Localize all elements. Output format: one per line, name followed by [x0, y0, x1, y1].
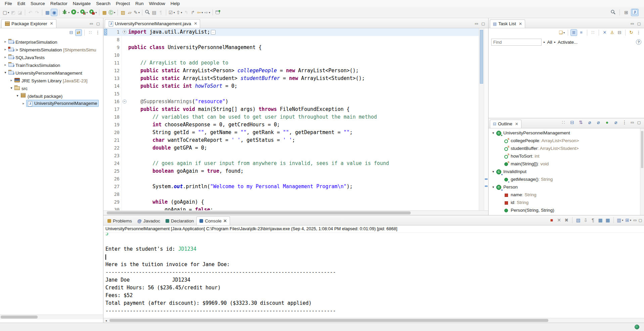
chevron-expanded-icon[interactable]: ▾ [3, 71, 8, 74]
external-tools-icon[interactable]: ▾ [88, 9, 97, 16]
tab-package-explorer[interactable]: Package Explorer ✕ [1, 19, 56, 28]
menu-edit[interactable]: Edit [15, 1, 28, 6]
chevron-down-icon[interactable]: ▾ [174, 11, 175, 14]
tree-item-universitypersonnelmanageme[interactable]: ▸UniversityPersonnelManageme [0, 99, 103, 107]
maximize-icon[interactable]: ▢ [637, 22, 641, 26]
pin-editor-icon[interactable] [215, 9, 221, 16]
scrollbar-thumb[interactable] [641, 131, 643, 168]
save-all-icon[interactable]: ◪ [16, 9, 23, 16]
outline-item-collegepeople[interactable]: ScollegePeople : ArrayList<Person> [489, 137, 644, 144]
collapse-all-icon[interactable]: ⊟ [616, 29, 623, 36]
code-line-19[interactable]: 19 int chooseAResponse = 0, getCredHours… [103, 121, 479, 129]
chevron-down-icon[interactable]: ▾ [95, 11, 97, 14]
view-menu-icon[interactable]: ⋮ [635, 29, 642, 36]
open-package-icon[interactable]: ▱ [126, 9, 133, 16]
synchronize-icon[interactable]: ↻ [628, 29, 635, 36]
maximize-icon[interactable]: ▢ [637, 120, 641, 125]
minimize-icon[interactable]: ▭ [630, 22, 635, 26]
next-edit-icon[interactable]: ↱ [189, 9, 196, 16]
chevron-down-icon[interactable]: ▾ [201, 11, 203, 14]
menu-help[interactable]: Help [168, 1, 183, 6]
open-perspective-icon[interactable]: ⊞ [623, 9, 630, 16]
tree-item-sqljavatests[interactable]: ▸JSQLJavaTests [0, 53, 103, 61]
close-icon[interactable]: ✕ [194, 21, 197, 26]
sort-icon[interactable]: ⇅ [578, 119, 584, 126]
scrollbar-thumb[interactable] [107, 211, 411, 214]
java-perspective-icon[interactable]: J [631, 9, 639, 16]
scrollbar-thumb[interactable] [1, 316, 38, 319]
outline-item-studentbuffer[interactable]: SstudentBuffer : ArrayList<Student> [489, 144, 644, 152]
collapse-all-icon[interactable]: ⊟ [569, 119, 576, 126]
hide-fields-icon[interactable]: ⌀ [586, 119, 593, 126]
find-input[interactable] [491, 39, 542, 46]
scroll-lock-icon[interactable]: ⇩ [582, 216, 589, 224]
hide-completed-icon[interactable]: ✕ [601, 29, 608, 36]
tab-editor-file[interactable]: UniversityPersonnelManagement.java ✕ [105, 19, 200, 28]
menu-file[interactable]: File [2, 1, 15, 6]
collapse-all-icon[interactable]: ⊟ [68, 29, 75, 36]
view-menu-icon[interactable]: ⋮ [621, 119, 628, 126]
show-stdout-console-icon[interactable]: ▦ [597, 216, 604, 224]
new-task-icon[interactable]: ❏▾ [558, 29, 565, 36]
code-line-22[interactable]: 22 double getGPA = 0; [103, 144, 479, 152]
minimize-icon[interactable]: ▭ [633, 218, 637, 222]
occurrence-marker[interactable] [485, 178, 488, 180]
new-wizard-icon[interactable]: ▢▾ [2, 9, 10, 16]
fold-expand-icon[interactable]: + [123, 30, 127, 34]
collapsed-region-icon[interactable]: ·· [211, 30, 216, 35]
code-line-28[interactable]: 28 [103, 191, 479, 198]
chevron-down-icon[interactable]: ▾ [68, 11, 70, 14]
code-line-24[interactable]: 24 // goes again if user input from anyw… [103, 160, 479, 167]
menu-window[interactable]: Window [146, 1, 168, 6]
chevron-collapsed-icon[interactable]: ▸ [3, 63, 8, 67]
chevron-down-icon[interactable]: ▾ [114, 11, 115, 14]
externalize-strings-icon[interactable]: ✎▾ [133, 9, 140, 16]
maximize-icon[interactable]: ▢ [481, 22, 486, 26]
code-line-10[interactable]: 10 [103, 51, 479, 59]
coverage-icon[interactable]: ▾ [79, 9, 88, 16]
undo-icon[interactable]: ↶ [27, 9, 34, 16]
tab-outline[interactable]: ⊟ Outline ✕ [490, 120, 521, 128]
code-line-20[interactable]: 20 String getId = "", getName = "", getR… [103, 129, 479, 136]
editor-hscrollbar[interactable] [103, 210, 488, 215]
code-line-25[interactable]: 25 boolean goAgain = true, found; [103, 167, 479, 175]
code-line-18[interactable]: 18 // variables that can be used to get … [103, 113, 479, 121]
code-line-17[interactable]: 17 public static void main(String[] args… [103, 106, 479, 113]
chevron-collapsed-icon[interactable]: ▸ [3, 55, 8, 59]
close-icon[interactable]: ✕ [519, 22, 522, 26]
editor-overview-ruler[interactable] [484, 28, 488, 210]
view-menu-icon[interactable]: ⋮ [94, 29, 101, 36]
new-java-class-icon[interactable]: Ⓒ▾ [108, 9, 116, 16]
display-selected-console-icon[interactable]: ▥▾ [616, 216, 624, 224]
outline-item-getname[interactable]: getName() : String [489, 214, 644, 215]
code-line-14[interactable]: 14 public static int howToSort = 0; [103, 82, 479, 90]
hide-non-public-icon[interactable]: ● [604, 119, 610, 126]
chevron-down-icon[interactable]: ▾ [8, 11, 9, 14]
package-explorer-hscrollbar[interactable] [0, 315, 103, 319]
code-line-27[interactable]: 27 System.out.println("Welcome to my Per… [103, 183, 479, 191]
back-icon[interactable]: ⇦▾ [196, 9, 203, 16]
focus-working-set-icon[interactable]: ∷ [590, 29, 596, 36]
code-line-13[interactable]: 13 public static ArrayList<Student> stud… [103, 75, 479, 82]
fold-collapse-icon[interactable]: − [123, 99, 127, 104]
minimize-icon[interactable]: ▭ [89, 22, 94, 26]
save-icon[interactable]: ◩ [10, 9, 16, 16]
help-icon[interactable]: ? [636, 39, 641, 45]
code-line-16[interactable]: 16− @SuppressWarnings("resource") [103, 98, 479, 106]
minimize-icon[interactable]: ▭ [630, 120, 635, 125]
close-icon[interactable]: ✕ [515, 122, 518, 126]
scope-selector[interactable]: All [547, 40, 552, 45]
chevron-down-icon[interactable]: ▾ [77, 11, 79, 14]
outline-item-getmessage[interactable]: getMessage() : String [489, 175, 644, 183]
code-line-1[interactable]: 1+import java.util.ArrayList;·· [103, 28, 479, 36]
scrollbar-thumb[interactable] [480, 30, 483, 84]
chevron-expanded-icon[interactable]: ▾ [491, 170, 496, 173]
new-java-project-icon[interactable]: ▩ [101, 9, 108, 16]
show-whitespace-icon[interactable]: ¶ [157, 9, 164, 16]
outline-item-invalidinput[interactable]: ▾InvalidInput [489, 168, 644, 175]
outline-item-main-string[interactable]: Smain(String[]) : void [489, 160, 644, 168]
chevron-expanded-icon[interactable]: ▾ [15, 94, 20, 97]
tab-task-list[interactable]: ▤ Task List ✕ [490, 19, 525, 28]
outline-item-person-string-string[interactable]: Person(String, String) [489, 206, 644, 214]
tab-declaration[interactable]: Declaration [163, 217, 196, 225]
